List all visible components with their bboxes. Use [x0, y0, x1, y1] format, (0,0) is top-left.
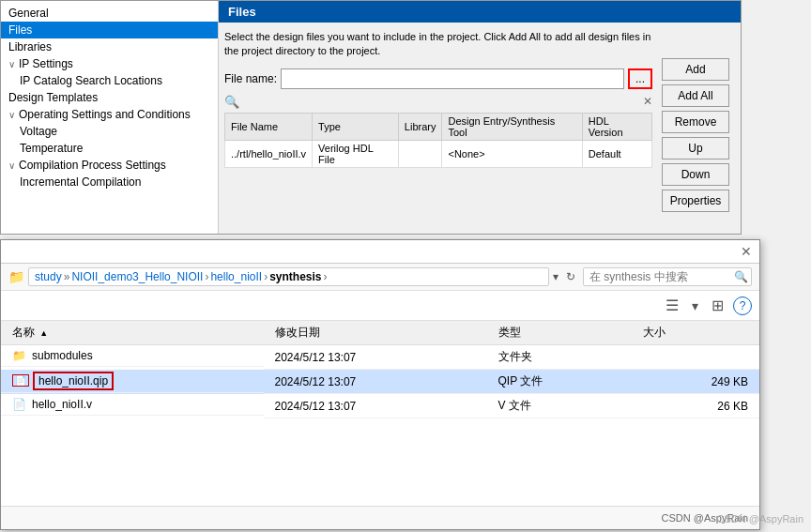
- settings-dialog: GeneralFilesLibraries∨IP SettingsIP Cata…: [0, 0, 742, 235]
- remove-button[interactable]: Remove: [662, 111, 729, 133]
- file-browser-table: 名称 ▲ 修改日期 类型 大小 📁submodules2024/5/12 13:…: [1, 321, 759, 418]
- folder-icon: 📁: [8, 269, 24, 284]
- files-table: File Name Type Library Design Entry/Synt…: [224, 113, 652, 168]
- col-modified-header[interactable]: 修改日期: [264, 321, 487, 345]
- col-name-header[interactable]: 名称 ▲: [1, 321, 264, 345]
- settings-content: Files Select the design files you want t…: [219, 1, 741, 234]
- file-name-text-1: hello_nioII.qip: [35, 373, 112, 388]
- file-browser-toolbar: ☰ ▾ ⊞ ?: [1, 291, 759, 321]
- add-button[interactable]: Add: [662, 58, 729, 81]
- files-table-container: File Name Type Library Design Entry/Synt…: [224, 113, 652, 206]
- sidebar-label-7: Voltage: [20, 125, 57, 138]
- table-cell-0-4: Default: [582, 140, 651, 167]
- file-browser-dialog: ✕ 📁 study » NIOII_demo3_Hello_NIOII › he…: [0, 239, 760, 530]
- sidebar-label-2: Libraries: [8, 40, 52, 53]
- file-name-label: File name:: [224, 72, 277, 85]
- sidebar-arrow-6: ∨: [8, 110, 15, 120]
- view-toggle-button[interactable]: ▾: [688, 296, 702, 315]
- sidebar-item-1[interactable]: Files: [1, 22, 218, 38]
- properties-button[interactable]: Properties: [662, 190, 729, 212]
- sidebar-label-6: Operating Settings and Conditions: [19, 108, 191, 121]
- search-input[interactable]: [589, 270, 730, 283]
- sidebar-label-0: General: [8, 7, 49, 20]
- col-size-header[interactable]: 大小: [632, 321, 759, 345]
- search-icon: 🔍: [224, 95, 239, 109]
- size-cell-0: [632, 345, 759, 370]
- add-all-button[interactable]: Add All: [662, 84, 729, 107]
- type-cell-2: V 文件: [487, 394, 632, 418]
- view-panel-button[interactable]: ⊞: [708, 295, 727, 316]
- file-row[interactable]: 📁submodules2024/5/12 13:07文件夹: [1, 345, 759, 370]
- file-name-input[interactable]: [281, 68, 624, 89]
- size-cell-1: 249 KB: [632, 370, 759, 394]
- sidebar-item-2[interactable]: Libraries: [1, 38, 218, 55]
- modified-cell-2: 2024/5/12 13:07: [264, 394, 487, 418]
- clear-search-button[interactable]: ✕: [643, 95, 652, 108]
- sidebar-item-5[interactable]: Design Templates: [1, 89, 218, 106]
- sidebar-item-0[interactable]: General: [1, 5, 218, 22]
- sidebar-label-9: Compilation Process Settings: [19, 159, 166, 172]
- file-name-text-0: submodules: [32, 349, 93, 362]
- folder-icon: 📁: [12, 349, 26, 362]
- view-list-button[interactable]: ☰: [662, 295, 682, 316]
- down-button[interactable]: Down: [662, 163, 729, 186]
- sidebar-item-3[interactable]: ∨IP Settings: [1, 55, 218, 72]
- table-row[interactable]: ../rtl/hello_nioII.vVerilog HDL File<Non…: [225, 140, 652, 167]
- col-type-header[interactable]: 类型: [487, 321, 632, 345]
- file-row[interactable]: 📄hello_nioII.v2024/5/12 13:07V 文件26 KB: [1, 394, 759, 418]
- refresh-button[interactable]: ↻: [562, 268, 579, 285]
- close-button[interactable]: ✕: [741, 244, 752, 259]
- help-button[interactable]: ?: [733, 296, 752, 315]
- col-hdl: HDL Version: [582, 113, 651, 140]
- search-button-icon[interactable]: 🔍: [734, 270, 748, 283]
- sidebar-arrow-9: ∨: [8, 160, 15, 171]
- breadcrumb-part-1: study: [35, 270, 62, 283]
- dropdown-arrow[interactable]: ▾: [553, 270, 559, 283]
- sidebar-arrow-3: ∨: [8, 59, 15, 69]
- file-browser-titlebar: ✕: [1, 240, 759, 264]
- file-name-cell-1: 📄hello_nioII.qip: [1, 370, 264, 393]
- csdn-watermark: CSDN @AspyRain: [717, 513, 803, 524]
- file-browser-footer: CSDN @AspyRain: [1, 506, 759, 529]
- sidebar-label-8: Temperature: [20, 142, 83, 155]
- breadcrumb-path[interactable]: study » NIOII_demo3_Hello_NIOII › hello_…: [28, 267, 549, 286]
- search-row: 🔍 ✕: [224, 95, 652, 109]
- sidebar-item-7[interactable]: Voltage: [1, 123, 218, 140]
- breadcrumb-part-3: hello_nioII: [210, 270, 262, 283]
- breadcrumb-part-2: NIOII_demo3_Hello_NIOII: [71, 270, 203, 283]
- col-synth: Design Entry/Synthesis Tool: [442, 113, 582, 140]
- sidebar-item-9[interactable]: ∨Compilation Process Settings: [1, 157, 218, 174]
- modified-cell-0: 2024/5/12 13:07: [264, 345, 487, 370]
- table-cell-0-1: Verilog HDL File: [313, 140, 399, 167]
- sidebar-item-10[interactable]: Incremental Compilation: [1, 174, 218, 190]
- sidebar-label-10: Incremental Compilation: [20, 175, 141, 189]
- size-cell-2: 26 KB: [632, 394, 759, 418]
- col-filename: File Name: [225, 113, 313, 140]
- col-library: Library: [398, 113, 442, 140]
- breadcrumb-part-4: synthesis: [269, 270, 321, 283]
- sidebar-item-8[interactable]: Temperature: [1, 140, 218, 157]
- up-button[interactable]: Up: [662, 137, 729, 160]
- sidebar-item-6[interactable]: ∨Operating Settings and Conditions: [1, 106, 218, 123]
- qip-file-icon: 📄: [12, 374, 29, 387]
- sidebar-item-4[interactable]: IP Catalog Search Locations: [1, 72, 218, 89]
- content-title: Files: [228, 5, 256, 19]
- col-type: Type: [313, 113, 399, 140]
- settings-sidebar: GeneralFilesLibraries∨IP SettingsIP Cata…: [1, 1, 219, 234]
- file-name-cell-2: 📄hello_nioII.v: [1, 394, 264, 416]
- sidebar-label-4: IP Catalog Search Locations: [20, 74, 162, 87]
- sidebar-label-5: Design Templates: [8, 91, 98, 104]
- action-buttons: Add Add All Remove Up Down Properties: [656, 30, 735, 230]
- content-header: Files: [219, 1, 741, 23]
- table-cell-0-3: <None>: [442, 140, 582, 167]
- file-row[interactable]: 📄hello_nioII.qip2024/5/12 13:07QIP 文件249…: [1, 370, 759, 394]
- file-name-text-2: hello_nioII.v: [32, 398, 92, 411]
- sidebar-label-1: Files: [8, 23, 32, 37]
- sidebar-label-3: IP Settings: [19, 57, 73, 70]
- browse-button[interactable]: ...: [628, 68, 652, 89]
- file-icon: 📄: [12, 398, 26, 411]
- type-cell-1: QIP 文件: [487, 370, 632, 394]
- address-bar: 📁 study » NIOII_demo3_Hello_NIOII › hell…: [1, 264, 759, 291]
- file-list-content: 名称 ▲ 修改日期 类型 大小 📁submodules2024/5/12 13:…: [1, 321, 759, 506]
- type-cell-0: 文件夹: [487, 345, 632, 370]
